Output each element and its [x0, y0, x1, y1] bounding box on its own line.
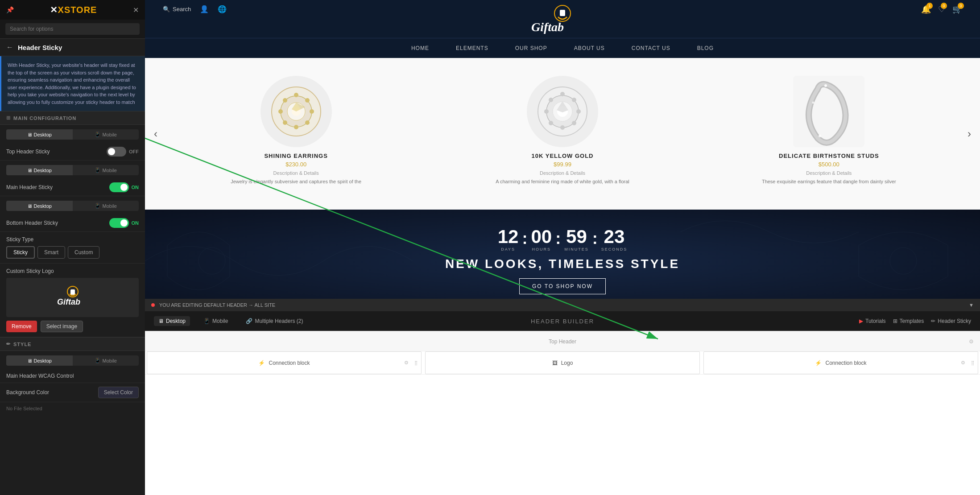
sticky-type-row: Sticky Type Sticky Smart Custom — [0, 232, 145, 264]
bottom-header-sticky-toggle[interactable]: ON — [109, 218, 139, 228]
back-button[interactable]: ← — [6, 43, 13, 51]
bottom-header-toggle-switch[interactable] — [109, 218, 129, 228]
close-icon[interactable]: ✕ — [133, 6, 139, 14]
mobile-icon-3: 📱 — [95, 203, 101, 209]
sticky-btn-sticky[interactable]: Sticky — [6, 246, 35, 259]
mobile-tab-3[interactable]: 📱 Mobile — [73, 201, 139, 211]
builder-title-text: HEADER BUILDER — [531, 318, 594, 325]
connection-block-right[interactable]: ⚡ Connection block ⣿ ⚙ — [703, 351, 978, 374]
logo-block[interactable]: 🖼 Logo — [425, 351, 700, 374]
desktop-tab-4[interactable]: 🖥 Desktop — [6, 355, 73, 366]
product-link-3[interactable]: Description & Details — [806, 170, 852, 176]
select-image-button[interactable]: Select image — [41, 321, 83, 332]
mobile-tab-1[interactable]: 📱 Mobile — [73, 129, 139, 140]
builder-multiple-headers-btn[interactable]: 🔗 Multiple Headers (2) — [241, 316, 307, 326]
logo-icon: 🖼 — [552, 360, 558, 366]
gear-icon-right[interactable]: ⚙ — [961, 360, 965, 366]
minutes-label: MINUTES — [564, 247, 589, 252]
nav-about[interactable]: ABOUT US — [574, 45, 605, 51]
site-logo-area: Giftab — [518, 4, 607, 36]
desktop-label-1: Desktop — [34, 132, 52, 137]
connection-block-right-label: Connection block — [825, 360, 866, 366]
globe-icon[interactable]: 🌐 — [218, 5, 227, 13]
main-config-section-header: ⊞ MAIN CONFIGURATION — [0, 111, 145, 125]
connection-block-left[interactable]: ⚡ Connection block ⣿ ⚙ — [147, 351, 422, 374]
seconds-label: SECONDS — [601, 247, 628, 252]
builder-desktop-btn[interactable]: 🖥 Desktop — [154, 316, 190, 326]
search-input[interactable] — [5, 23, 140, 35]
seconds-block: 23 SECONDS — [601, 227, 628, 252]
minutes-block: 59 MINUTES — [564, 227, 589, 252]
product-desc-2: A charming and feminine ring made of whi… — [496, 178, 629, 185]
remove-logo-button[interactable]: Remove — [6, 321, 37, 332]
cart-icon-wrapper[interactable]: 🛒 0 — [952, 4, 962, 14]
top-header-toggle-switch[interactable] — [107, 147, 126, 157]
desktop-tab-1[interactable]: 🖥 Desktop — [6, 129, 73, 140]
go-to-shop-button[interactable]: GO TO SHOP NOW — [519, 278, 606, 294]
pin-icon[interactable]: 📌 — [6, 6, 14, 13]
svg-point-31 — [544, 109, 549, 114]
carousel-next[interactable]: › — [968, 128, 971, 140]
templates-button[interactable]: ⊞ Templates — [893, 318, 924, 324]
product-link-1[interactable]: Description & Details — [273, 170, 319, 176]
builder-right-tools: ▶ Tutorials ⊞ Templates ✏ Header Sticky — [859, 318, 971, 324]
product-desc-1: Jewelry is elegantly subversive and capt… — [231, 178, 361, 185]
sticky-btn-custom[interactable]: Custom — [68, 246, 99, 259]
builder-desktop-label: Desktop — [166, 318, 186, 324]
builder-multiple-headers-label: Multiple Headers (2) — [255, 318, 303, 324]
nav-shop[interactable]: OUR SHOP — [515, 45, 547, 51]
wishlist-icon-wrapper[interactable]: ♡ 0 — [938, 4, 945, 14]
builder-mobile-label: Mobile — [212, 318, 228, 324]
hours-label: HOURS — [532, 247, 551, 252]
svg-point-12 — [294, 93, 298, 97]
editing-bar: YOU ARE EDITING DEFAULT HEADER → ALL SIT… — [145, 299, 980, 311]
sticky-btn-smart[interactable]: Smart — [37, 246, 65, 259]
mobile-icon-4: 📱 — [95, 358, 101, 363]
top-header-gear-icon[interactable]: ⚙ — [969, 338, 974, 345]
left-panel: 📌 ✕XSTORE ✕ ← Header Sticky With Header … — [0, 0, 145, 495]
builder-title: HEADER BUILDER — [531, 318, 594, 325]
main-header-sticky-toggle[interactable]: ON — [109, 182, 139, 192]
sticky-type-label: Sticky Type — [6, 236, 139, 243]
desktop-tab-3[interactable]: 🖥 Desktop — [6, 201, 73, 211]
editing-bar-text: YOU ARE EDITING DEFAULT HEADER → ALL SIT… — [159, 302, 275, 308]
bottom-header-toggle-label: ON — [132, 220, 139, 226]
wcag-row: Main Header WCAG Control — [0, 369, 145, 383]
top-header-sticky-toggle[interactable]: OFF — [107, 147, 139, 157]
nav-blog[interactable]: BLOG — [697, 45, 714, 51]
svg-point-18 — [278, 109, 283, 114]
days-number: 12 — [498, 227, 519, 246]
site-search-link[interactable]: 🔍 Search — [163, 6, 191, 12]
days-block: 12 DAYS — [498, 227, 519, 252]
builder-link-icon: 🔗 — [246, 318, 252, 324]
tutorials-button[interactable]: ▶ Tutorials — [859, 318, 886, 324]
mobile-tab-2[interactable]: 📱 Mobile — [73, 165, 139, 175]
website-header: 🔍 Search 👤 🌐 Giftab 🔔 1 ♡ — [145, 0, 980, 58]
bottom-header-sticky-label: Bottom Header Sticky — [6, 220, 58, 226]
product-link-2[interactable]: Description & Details — [540, 170, 585, 176]
product-price-1: $230.00 — [285, 161, 306, 168]
header-sticky-button[interactable]: ✏ Header Sticky — [931, 318, 971, 324]
builder-bar: 🖥 Desktop 📱 Mobile 🔗 Multiple Headers (2… — [145, 311, 980, 331]
main-header-toggle-label: ON — [132, 185, 139, 190]
product-price-3: $500.00 — [819, 161, 839, 168]
nav-home[interactable]: HOME — [411, 45, 429, 51]
notification-icon-wrapper[interactable]: 🔔 1 — [921, 4, 931, 14]
main-header-toggle-switch[interactable] — [109, 182, 129, 192]
user-icon[interactable]: 👤 — [200, 5, 209, 13]
select-color-button[interactable]: Select Color — [98, 387, 139, 398]
nav-elements[interactable]: ELEMENTS — [456, 45, 488, 51]
gear-icon-left[interactable]: ⚙ — [404, 360, 409, 366]
svg-point-34 — [812, 102, 815, 104]
desktop-tab-2[interactable]: 🖥 Desktop — [6, 165, 73, 175]
mobile-tab-4[interactable]: 📱 Mobile — [73, 355, 139, 366]
site-nav: HOME ELEMENTS OUR SHOP ABOUT US CONTACT … — [145, 38, 980, 58]
header-sticky-label: Header Sticky — [938, 318, 971, 324]
editing-bar-dropdown[interactable]: ▼ — [969, 302, 974, 308]
no-file-row: No File Selected — [0, 402, 145, 415]
hours-block: 00 HOURS — [531, 227, 552, 252]
carousel-prev[interactable]: ‹ — [154, 128, 157, 140]
monitor-icon-4: 🖥 — [27, 358, 32, 363]
nav-contact[interactable]: CONTACT US — [632, 45, 670, 51]
builder-mobile-btn[interactable]: 📱 Mobile — [199, 316, 232, 326]
